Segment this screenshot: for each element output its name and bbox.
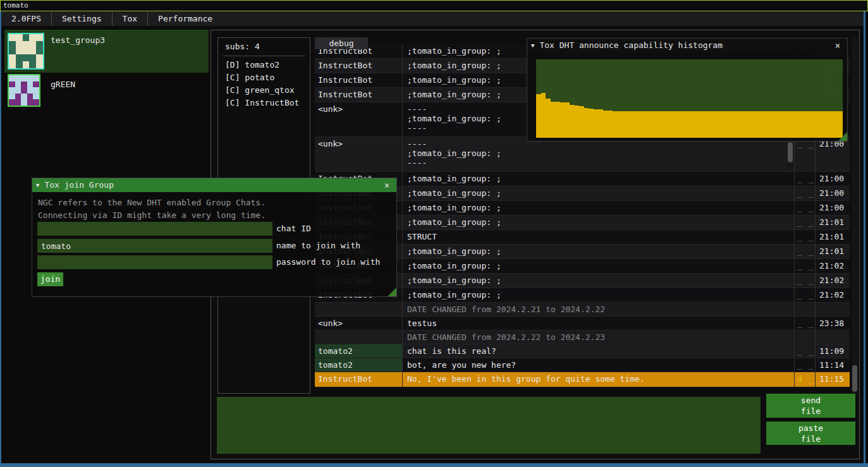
menu-item-performance[interactable]: Performance (148, 12, 223, 26)
chat-scrollbar[interactable] (852, 37, 858, 394)
group-avatar (8, 33, 44, 70)
message-author: InstructBot (315, 88, 403, 102)
message-author: <unk> (315, 317, 403, 330)
chat-scrollbar-thumb[interactable] (852, 365, 857, 392)
histogram-bar (594, 109, 599, 138)
histogram-bar (704, 111, 709, 138)
join-info-line-2: Connecting via ID might take a very long… (32, 209, 266, 222)
menu-bar: 2.0FPS SettingsToxPerformance (1, 12, 864, 26)
message-text: ---- ;tomato_in_group: ; ---- (403, 137, 795, 171)
histogram-bar (584, 108, 589, 138)
histogram-bar (565, 102, 570, 138)
histogram-bar (699, 111, 704, 138)
message-status: _ _ (795, 215, 816, 229)
message-text: ;tomato_in_group: ; (403, 288, 795, 302)
histogram-bar (666, 111, 671, 138)
message-input[interactable] (217, 397, 761, 454)
histogram-bar (771, 111, 776, 138)
histogram-bar (761, 111, 766, 138)
histogram-bar (790, 111, 795, 138)
histogram-bar (536, 94, 541, 138)
histogram-bar (675, 111, 680, 138)
histogram-bar (555, 102, 560, 138)
group-item-test_group3[interactable]: test_group3 (4, 30, 209, 73)
histogram-bar (785, 111, 790, 138)
histogram-bar (608, 111, 613, 138)
histogram-bar (685, 111, 690, 138)
members-separator (223, 56, 305, 56)
close-icon[interactable]: × (832, 39, 843, 52)
histogram-bar (546, 99, 551, 138)
join-password-input[interactable] (37, 255, 272, 269)
group-item-gREEN[interactable]: gREEN (4, 74, 209, 108)
date-separator-row[interactable]: DATE CHANGED from 2024.2.22 to 2024.2.23 (315, 331, 850, 344)
histogram-bar (728, 111, 733, 138)
histogram-bar (670, 111, 675, 138)
join-group-titlebar[interactable]: ▼ Tox join Group × (32, 178, 396, 192)
histogram-bar (780, 111, 785, 138)
histogram-bar (560, 102, 565, 138)
histogram-bar (795, 111, 800, 138)
message-time: 11:14 (816, 358, 849, 372)
message-status: _ _ (795, 274, 816, 288)
dht-histogram-titlebar[interactable]: ▼ Tox DHT announce capability histogram … (527, 39, 847, 52)
chat-row[interactable]: <unk>testus_ _23:38 (315, 317, 850, 331)
message-status: _ _ (795, 288, 816, 302)
join-button[interactable]: join (37, 272, 63, 286)
join-info-line-1: NGC refers to the New DHT enabled Group … (32, 197, 266, 209)
chat-row[interactable]: tomato2bot, are you new here?_ _11:14 (315, 358, 850, 372)
histogram-bar (733, 111, 738, 138)
resize-grip[interactable] (838, 132, 847, 141)
screen-edge-bottom (0, 463, 868, 467)
histogram-bar (752, 111, 757, 138)
paste-file-button[interactable]: paste file (766, 422, 855, 445)
message-status: _ _ (795, 137, 816, 171)
tab-debug[interactable]: debug (315, 37, 368, 49)
member-item[interactable]: [C] green_qtox (218, 84, 310, 97)
histogram-bar (642, 111, 647, 138)
chat-row[interactable]: <unk>---- ;tomato_in_group: ; ----_ _21:… (315, 137, 850, 172)
dht-histogram-plot (536, 59, 843, 138)
app-screen: tomato 2.0FPS SettingsToxPerformance tes… (0, 0, 868, 467)
resize-grip[interactable] (388, 288, 396, 296)
chat-row[interactable]: tomato2chat is this real?_ _11:09 (315, 344, 850, 358)
message-author: InstructBot (315, 59, 403, 73)
chat-row[interactable]: InstructBotNo, I've been in this group f… (315, 372, 850, 387)
dht-histogram-window: ▼ Tox DHT announce capability histogram … (527, 38, 848, 142)
message-author: tomato2 (315, 358, 403, 372)
window-titlebar: tomato (0, 0, 868, 11)
message-scrollbar-thumb[interactable] (788, 142, 793, 162)
group-name: gREEN (51, 80, 75, 89)
histogram-bar (723, 111, 728, 138)
menu-item-settings[interactable]: Settings (52, 12, 113, 26)
message-author: InstructBot (315, 372, 403, 387)
chat-id-input[interactable] (37, 222, 272, 236)
menu-item-tox[interactable]: Tox (113, 12, 148, 26)
histogram-bar (646, 111, 651, 138)
date-separator-row[interactable]: DATE CHANGED from 2024.2.21 to 2024.2.22 (315, 303, 850, 317)
close-icon[interactable]: × (381, 178, 393, 192)
histogram-bar (742, 111, 747, 138)
fps-counter: 2.0FPS (1, 12, 52, 26)
histogram-bar (603, 111, 608, 138)
message-text: ;tomato_in_group: ; (403, 201, 795, 215)
chat-id-label: chat ID (276, 222, 311, 236)
message-status: _ _ (795, 358, 816, 372)
message-author (315, 331, 403, 344)
member-item[interactable]: [D] tomato2 (218, 59, 310, 71)
join-password-label: password to join with (276, 255, 380, 269)
message-time: 21:02 (816, 259, 849, 273)
message-text: bot, are you new here? (403, 358, 795, 372)
histogram-bar (632, 111, 637, 138)
message-scrollbar[interactable] (787, 138, 793, 170)
dht-histogram-title: Tox DHT announce capability histogram (534, 39, 832, 52)
send-file-button[interactable]: send file (766, 394, 855, 418)
message-text: STRUCT (403, 230, 795, 244)
histogram-bar (575, 106, 580, 138)
member-item[interactable]: [C] InstructBot (218, 97, 310, 109)
member-item[interactable]: [C] potato (218, 71, 310, 84)
screen-edge-left (0, 11, 1, 467)
join-name-input[interactable] (37, 239, 272, 253)
message-time: 21:01 (816, 215, 849, 229)
histogram-bar (718, 111, 723, 138)
